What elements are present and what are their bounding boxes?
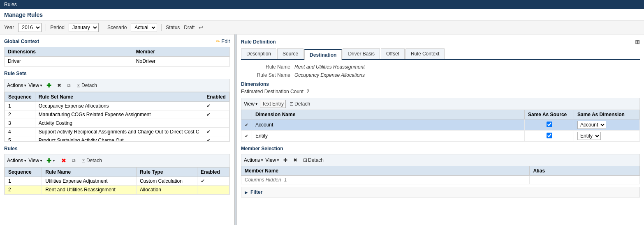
- rules-add-icon: ✚: [46, 157, 51, 164]
- edit-label: Edit: [221, 39, 230, 44]
- dim-name-col: Dimension Name: [252, 110, 525, 119]
- rules-name-col: Rule Name: [42, 168, 137, 177]
- table-row[interactable]: 1 Occupancy Expense Allocations ✔: [5, 102, 229, 110]
- grid-icon: ⊞: [635, 39, 640, 45]
- actions-arrow-icon: ▼: [23, 84, 27, 87]
- tabs-container: Description Source Destination Driver Ba…: [241, 48, 640, 60]
- member-selection-title: Member Selection: [241, 146, 640, 152]
- member-add-button[interactable]: ✚: [281, 156, 290, 164]
- delete-icon: ✖: [57, 83, 61, 88]
- period-select[interactable]: January: [69, 23, 99, 32]
- rules-actions[interactable]: Actions ▼: [7, 158, 27, 163]
- entity-same-as-dim-select[interactable]: Entity: [577, 132, 601, 140]
- table-row[interactable]: 4 Support Activity Reciprocal Assignment…: [5, 128, 229, 136]
- rules-copy-icon: ⧉: [72, 158, 76, 163]
- rule-set-name-label: Rule Set Name: [241, 72, 290, 78]
- dimensions-col-header: Dimensions: [5, 47, 133, 57]
- tab-destination[interactable]: Destination: [304, 49, 342, 60]
- rules-actions-arrow-icon: ▼: [23, 159, 27, 163]
- ruleset-name-col: Rule Set Name: [35, 92, 203, 102]
- rules-detach-icon: ⊡: [81, 158, 86, 163]
- table-row[interactable]: 3 Activity Costing: [5, 119, 229, 128]
- scenario-label: Scenario: [107, 25, 127, 30]
- account-same-as-dim-select[interactable]: Account: [577, 121, 606, 129]
- dim-row-entity[interactable]: ✔ Entity Entity: [241, 131, 640, 142]
- member-detach-button[interactable]: ⊡ Detach: [301, 156, 326, 164]
- dim-view[interactable]: View ▼: [244, 101, 258, 107]
- rules-view-arrow-icon: ▼: [39, 159, 43, 163]
- same-as-dim-col: Same As Dimension: [574, 110, 640, 119]
- tab-description[interactable]: Description: [241, 48, 276, 59]
- table-row[interactable]: 2 Rent and Utilities Reassignment Alloca…: [5, 186, 229, 194]
- dim-view-arrow-icon: ▼: [255, 102, 258, 106]
- year-label: Year: [4, 25, 14, 30]
- tab-source[interactable]: Source: [277, 48, 303, 59]
- member-delete-button[interactable]: ✖: [291, 156, 299, 164]
- breadcrumb: Rules: [4, 2, 17, 7]
- dimensions-section-title: Dimensions: [241, 81, 640, 87]
- tab-offset[interactable]: Offset: [381, 48, 405, 59]
- rule-sets-copy-button[interactable]: ⧉: [65, 81, 73, 90]
- tab-driver-basis[interactable]: Driver Basis: [343, 48, 380, 59]
- rules-title: Rules: [4, 146, 18, 152]
- account-same-as-source-checkbox[interactable]: [547, 122, 552, 127]
- table-row[interactable]: 1 Utilities Expense Adjustment Custom Ca…: [5, 177, 229, 186]
- rule-definition-title: Rule Definition: [241, 39, 276, 45]
- global-context-row: Driver NoDriver: [5, 57, 229, 66]
- rule-sets-add-button[interactable]: ✚: [44, 81, 53, 90]
- rules-detach-button[interactable]: ⊡ Detach: [79, 156, 104, 165]
- member-add-icon: ✚: [283, 157, 287, 163]
- dim-row-account[interactable]: ✔ Account Account: [241, 119, 640, 131]
- text-entry-button[interactable]: Text Entry: [260, 100, 286, 108]
- rules-copy-button[interactable]: ⧉: [70, 156, 78, 165]
- same-as-source-col: Same As Source: [525, 110, 574, 119]
- columns-hidden-label: Columns Hidden: [245, 177, 281, 183]
- rules-delete-icon: ✖: [61, 157, 66, 164]
- table-row[interactable]: 2 Manufacturing COGs Related Expense Ass…: [5, 110, 229, 119]
- member-delete-icon: ✖: [293, 157, 297, 163]
- table-row[interactable]: 5 Product Sustaining Activity Charge Out…: [5, 136, 229, 142]
- rule-name-value: Rent and Utilities Reassignment: [294, 64, 365, 70]
- year-select[interactable]: 2016: [18, 23, 42, 32]
- rule-sets-detach-button[interactable]: ⊡ Detach: [74, 81, 99, 90]
- columns-hidden-value: 1: [284, 177, 287, 183]
- entity-check-icon: ✔: [245, 133, 248, 138]
- enabled-col: Enabled: [203, 92, 229, 102]
- edit-icon: ✏: [216, 39, 220, 44]
- copy-icon: ⧉: [67, 83, 71, 88]
- edit-button[interactable]: ✏ Edit: [216, 39, 230, 44]
- add-icon: ✚: [46, 82, 51, 89]
- estimated-count: 2: [306, 89, 309, 94]
- member-actions[interactable]: Actions ▼: [244, 157, 264, 163]
- member-detach-icon: ⊡: [303, 157, 307, 163]
- view-arrow-icon: ▼: [39, 84, 43, 87]
- rule-set-name-value: Occupancy Expense Allocations: [294, 72, 365, 78]
- tab-rule-context[interactable]: Rule Context: [405, 48, 445, 59]
- global-context-title: Global Context: [4, 39, 39, 44]
- filter-label: Filter: [250, 189, 262, 195]
- filter-row[interactable]: ▶ Filter: [241, 187, 640, 197]
- member-actions-arrow-icon: ▼: [260, 158, 264, 162]
- main-toolbar: Year 2016 Period January Scenario Actual…: [0, 21, 644, 34]
- undo-button[interactable]: ↩: [199, 24, 204, 31]
- rules-view[interactable]: View ▼: [28, 158, 43, 163]
- entity-same-as-source-checkbox[interactable]: [547, 133, 552, 138]
- rule-sets-view[interactable]: View ▼: [28, 83, 43, 88]
- scenario-select[interactable]: Actual: [131, 23, 157, 32]
- rule-sets-title: Rule Sets: [4, 71, 27, 76]
- dim-detach-button[interactable]: ⊡ Detach: [287, 100, 312, 108]
- filter-expand-icon: ▶: [245, 190, 248, 195]
- member-view[interactable]: View ▼: [265, 157, 280, 163]
- member-cell: NoDriver: [133, 57, 229, 66]
- rules-delete-button[interactable]: ✖: [59, 156, 68, 165]
- check-mark-icon: ✔: [245, 122, 248, 127]
- rule-sets-delete-button[interactable]: ✖: [55, 81, 63, 90]
- rules-add-button[interactable]: ✚ ▼: [44, 156, 58, 165]
- page-header: Rules: [0, 0, 644, 9]
- estimated-label: Estimated Destination Count: [241, 89, 303, 94]
- member-col-header: Member: [133, 47, 229, 57]
- status-value: Draft: [184, 25, 195, 30]
- entity-dim-name: Entity: [252, 131, 525, 142]
- rule-sets-actions[interactable]: Actions ▼: [7, 83, 27, 88]
- dim-check-col: [241, 110, 252, 119]
